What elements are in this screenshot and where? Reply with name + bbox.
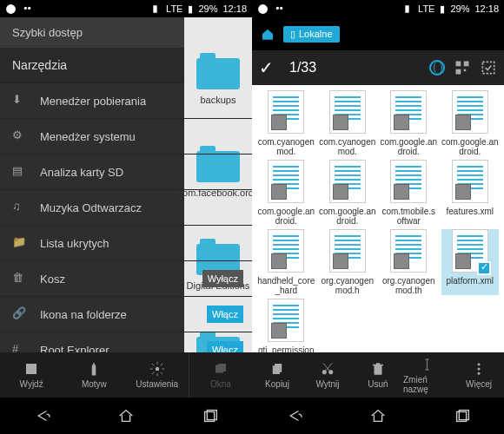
select-all-icon[interactable]: [480, 59, 497, 76]
file-item[interactable]: com.tmobile.softwar: [380, 160, 438, 226]
file-item[interactable]: com.google.android.: [380, 90, 438, 156]
menu-item-2[interactable]: ▤Analiza karty SD: [0, 155, 252, 190]
svg-rect-16: [456, 69, 461, 75]
file-name: com.google.android.: [319, 207, 377, 226]
file-icon: [268, 229, 304, 273]
file-name: org.cyanogenmod.h: [319, 276, 377, 295]
item-label: Menedżer pobierania: [40, 95, 146, 108]
network-label: LTE: [166, 3, 182, 14]
toggle-5[interactable]: Wyłącz: [202, 270, 243, 287]
item-label: Muzyka Odtwarzacz: [40, 201, 142, 214]
svg-rect-4: [26, 364, 36, 374]
messenger-icon: [5, 3, 17, 15]
file-item[interactable]: platform.xml: [441, 229, 500, 295]
file-icon: [329, 90, 366, 134]
nav-bar: [0, 398, 252, 434]
cyanogen-icon: [274, 3, 285, 15]
file-item[interactable]: qti_permissions.xml: [257, 299, 315, 352]
item-icon: ▤: [12, 164, 28, 180]
home-button[interactable]: [368, 406, 388, 425]
svg-point-11: [276, 6, 279, 9]
battery-label: 29%: [450, 3, 469, 14]
item-icon: ♫: [12, 200, 28, 215]
file-item[interactable]: com.cyanogenmod.: [257, 90, 315, 156]
messenger-icon: [257, 3, 269, 15]
windows-button[interactable]: Okna: [189, 352, 252, 398]
item-icon: 🔗: [12, 306, 28, 322]
toggle-6[interactable]: Włącz: [207, 306, 243, 323]
file-item[interactable]: com.google.android.: [319, 160, 377, 226]
check-icon[interactable]: ✓: [259, 57, 274, 78]
file-name: com.google.android.: [441, 137, 500, 156]
svg-rect-18: [482, 62, 494, 73]
item-icon: 🗑: [12, 271, 28, 286]
more-button[interactable]: Więcej: [454, 352, 504, 398]
svg-rect-17: [464, 69, 467, 72]
selection-toolbar: ✓ 1/33: [252, 50, 504, 85]
back-button[interactable]: [284, 406, 303, 425]
file-icon: [390, 229, 427, 273]
item-icon: ⬇: [12, 93, 28, 108]
item-label: Kosz: [40, 273, 65, 286]
home-button[interactable]: [116, 406, 136, 425]
file-item[interactable]: com.google.android.: [441, 90, 500, 156]
item-icon: 📁: [12, 235, 28, 251]
file-name: com.cyanogenmod.: [319, 137, 377, 156]
file-item[interactable]: features.xml: [441, 160, 500, 226]
menu-item-6[interactable]: 🔗Ikona na folderzeWłącz: [0, 297, 252, 332]
item-label: Ikona na folderze: [40, 308, 127, 321]
item-label: Lista ukrytych: [40, 237, 109, 250]
menu-item-4[interactable]: 📁Lista ukrytych: [0, 226, 252, 261]
file-icon: [452, 229, 488, 273]
action-bar: ▯ Lokalne: [252, 17, 504, 50]
recents-button[interactable]: [201, 406, 220, 425]
exit-button[interactable]: Wyjdź: [0, 352, 63, 398]
battery-label: 29%: [198, 3, 217, 14]
file-item[interactable]: org.cyanogenmod.h: [319, 229, 377, 295]
svg-point-10: [258, 4, 268, 14]
tab-local[interactable]: ▯ Lokalne: [283, 26, 340, 43]
svg-rect-20: [275, 364, 282, 372]
back-button[interactable]: [32, 406, 51, 425]
cut-button[interactable]: Wytnij: [302, 352, 353, 398]
file-icon: [452, 160, 488, 203]
menu-item-5[interactable]: 🗑KoszWyłącz: [0, 261, 252, 297]
svg-point-24: [478, 368, 481, 371]
svg-point-25: [478, 372, 481, 375]
rename-button[interactable]: Zmień nazwę: [403, 352, 454, 398]
recents-button[interactable]: [453, 406, 472, 425]
time-label: 12:18: [222, 3, 247, 14]
menu-item-1[interactable]: ⚙Menedżer systemu: [0, 119, 252, 155]
svg-rect-7: [218, 364, 226, 372]
file-item[interactable]: com.cyanogenmod.: [319, 90, 377, 156]
copy-button[interactable]: Kopiuj: [252, 352, 302, 398]
file-icon: [329, 229, 366, 273]
qr-icon[interactable]: [454, 59, 471, 76]
file-grid: com.cyanogenmod.com.cyanogenmod.com.goog…: [252, 85, 504, 352]
file-name: com.google.android.: [257, 207, 315, 226]
svg-point-5: [155, 367, 159, 372]
theme-button[interactable]: Motyw: [63, 352, 125, 398]
menu-item-0[interactable]: ⬇Menedżer pobierania: [0, 83, 252, 119]
bottom-bar: Kopiuj Wytnij Usuń Zmień nazwę Więcej: [252, 352, 504, 398]
file-item[interactable]: com.google.android.: [257, 160, 315, 226]
nav-bar: [252, 398, 504, 434]
home-icon[interactable]: [261, 27, 275, 41]
file-name: platform.xml: [447, 276, 494, 286]
file-name: com.cyanogenmod.: [257, 137, 315, 156]
file-icon: [390, 160, 427, 203]
status-bar: LTE ▮ 29% 12:18: [252, 0, 504, 17]
menu-item-3[interactable]: ♫Muzyka Odtwarzacz: [0, 190, 252, 226]
time-label: 12:18: [474, 3, 499, 14]
file-item[interactable]: org.cyanogenmod.th: [380, 229, 438, 295]
svg-point-12: [280, 6, 282, 9]
globe-icon[interactable]: [429, 60, 445, 76]
item-label: Menedżer systemu: [40, 130, 136, 143]
file-icon: [268, 160, 304, 203]
file-icon: [268, 299, 304, 342]
settings-button[interactable]: Ustawienia: [126, 352, 189, 398]
phone-right: LTE ▮ 29% 12:18 ▯ Lokalne ✓ 1/33 com.cya…: [252, 0, 504, 434]
delete-button[interactable]: Usuń: [353, 352, 403, 398]
file-icon: [390, 90, 427, 134]
file-item[interactable]: handheld_core_hard: [257, 229, 315, 295]
